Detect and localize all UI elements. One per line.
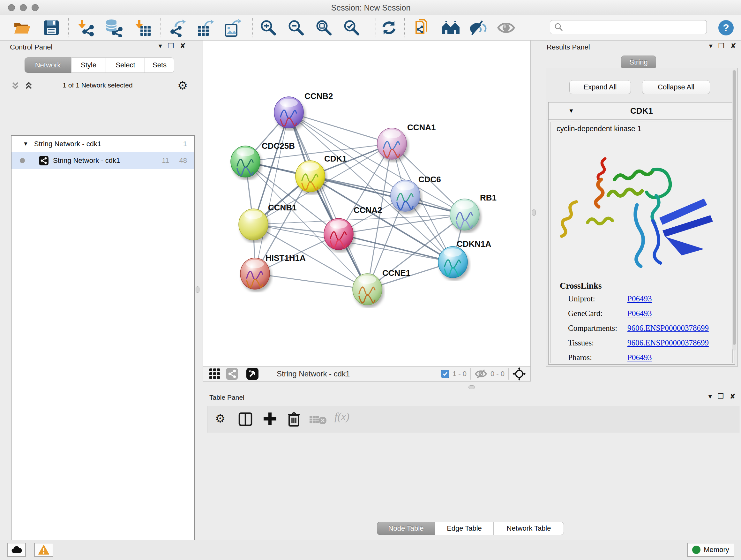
tab-select[interactable]: Select: [106, 57, 145, 73]
protein-detail-box: cyclin-dependent kinase 1: [550, 122, 733, 363]
node-CDK1[interactable]: CDK1: [295, 154, 347, 192]
toggle-string-style-button[interactable]: [468, 17, 489, 38]
grid-view-icon[interactable]: [209, 368, 221, 380]
tab-style[interactable]: Style: [71, 57, 106, 73]
crosslink-genecard-link[interactable]: P06493: [627, 309, 652, 318]
open-session-button[interactable]: [11, 17, 32, 38]
expander-icon[interactable]: ▼: [23, 141, 28, 147]
protein-card: ▼ CDK1 cyclin-dependent kinase 1: [548, 102, 735, 365]
panel-float-icon[interactable]: ❒: [168, 43, 174, 50]
export-image-button[interactable]: [222, 17, 243, 38]
export-network-button[interactable]: [167, 17, 188, 38]
tab-sets[interactable]: Sets: [145, 57, 174, 73]
panel-close-icon[interactable]: ✘: [730, 393, 736, 400]
search-input[interactable]: [563, 23, 706, 31]
results-panel-title: Results Panel: [547, 43, 590, 51]
node-CDC6[interactable]: CDC6: [391, 175, 441, 211]
home-networks-button[interactable]: [440, 17, 461, 38]
import-table-button[interactable]: [132, 17, 153, 38]
network-label: String Network - cdk1: [53, 157, 120, 165]
panel-float-icon[interactable]: ❒: [718, 43, 725, 50]
panel-float-icon[interactable]: ❒: [718, 393, 724, 400]
import-network-file-button[interactable]: [76, 17, 97, 38]
bottom-splitter-handle[interactable]: [468, 385, 475, 389]
crosslink-row: Pharos: P06493: [568, 353, 728, 368]
open-in-window-icon[interactable]: [246, 368, 259, 380]
zoom-out-button[interactable]: [286, 17, 307, 38]
preview-disabled-button[interactable]: [495, 17, 517, 38]
crosslinks-heading: CrossLinks: [560, 281, 602, 291]
panel-close-icon[interactable]: ✘: [180, 43, 186, 50]
tab-string[interactable]: String: [621, 56, 656, 69]
tab-node-table[interactable]: Node Table: [377, 522, 435, 535]
panel-menu-icon[interactable]: ▾: [709, 43, 713, 50]
node-CCNA1[interactable]: CCNA1: [377, 123, 436, 159]
zoom-fit-button[interactable]: [313, 17, 334, 38]
left-splitter-handle[interactable]: [196, 287, 199, 293]
zoom-in-button[interactable]: [258, 17, 279, 38]
protein-card-header[interactable]: ▼ CDK1: [549, 103, 735, 120]
export-table-button[interactable]: [194, 17, 215, 38]
birds-eye-toggle-icon[interactable]: [513, 367, 526, 381]
warnings-button[interactable]: [34, 543, 53, 557]
panel-menu-icon[interactable]: ▾: [709, 393, 712, 400]
crosslink-tissues-link[interactable]: 9606.ENSP00000378699: [627, 338, 709, 348]
status-bar: Memory: [0, 540, 741, 560]
show-columns-icon[interactable]: [238, 412, 253, 427]
node-RB1[interactable]: RB1: [450, 193, 496, 230]
node-CCNB1[interactable]: CCNB1: [239, 203, 297, 240]
network-collection-row[interactable]: ▼ String Network - cdk1 1: [11, 136, 194, 152]
expand-all-button[interactable]: Expand All: [569, 80, 631, 94]
add-column-icon[interactable]: [262, 411, 278, 427]
collection-label: String Network - cdk1: [34, 140, 101, 148]
zoom-selected-icon: [343, 19, 360, 37]
edge-CCNB2-HIST1H1A[interactable]: [255, 112, 289, 273]
node-CDKN1A[interactable]: CDKN1A: [438, 239, 491, 278]
crosslink-compartments-link[interactable]: 9606.ENSP00000378699: [627, 324, 709, 333]
right-splitter-handle[interactable]: [532, 209, 536, 216]
import-network-database-button[interactable]: [104, 17, 125, 38]
function-builder-icon[interactable]: f(x): [334, 411, 349, 423]
results-scrollbar[interactable]: [732, 70, 736, 351]
results-scrollbar-thumb[interactable]: [733, 70, 736, 345]
table-options-gear-icon[interactable]: ⚙: [215, 412, 225, 425]
edge-HIST1H1A-CCNE1[interactable]: [255, 273, 367, 289]
node-CCNE1[interactable]: CCNE1: [353, 268, 410, 305]
panel-close-icon[interactable]: ✘: [731, 43, 736, 50]
share-document-button[interactable]: [412, 17, 433, 38]
hidden-elements-icon[interactable]: [475, 369, 487, 379]
collapse-all-button[interactable]: Collapse All: [642, 80, 710, 94]
network-view-canvas[interactable]: CCNB2CCNA1CDC25BCDK1CDC6RB1CCNB1CCNA2CDK…: [203, 41, 531, 366]
edge-CCNB2-CCNA1[interactable]: [289, 112, 392, 144]
network-row-selected[interactable]: String Network - cdk1 11 48: [11, 152, 194, 169]
zoom-out-icon: [287, 19, 305, 37]
selected-nodes-checkbox[interactable]: [441, 370, 449, 378]
panel-menu-icon[interactable]: ▾: [158, 43, 162, 50]
memory-button[interactable]: Memory: [687, 543, 734, 557]
crosslink-pharos-link[interactable]: P06493: [627, 353, 652, 362]
toolbar-separator: [160, 18, 161, 37]
save-session-button[interactable]: [41, 17, 62, 38]
tab-network[interactable]: Network: [24, 57, 71, 73]
node-gloss: [383, 130, 401, 138]
zoom-selected-button[interactable]: [341, 17, 362, 38]
network-options-gear-icon[interactable]: ⚙: [178, 79, 188, 92]
refresh-button[interactable]: [379, 17, 400, 38]
string-results-card: Expand All Collapse All ▼ CDK1 cyclin-de…: [546, 68, 738, 367]
crosslink-uniprot-link[interactable]: P06493: [627, 294, 652, 303]
node-label-CCNE1: CCNE1: [382, 268, 410, 278]
node-gloss: [456, 201, 474, 209]
network-graph[interactable]: CCNB2CCNA1CDC25BCDK1CDC6RB1CCNB1CCNA2CDK…: [203, 41, 531, 366]
tab-network-table[interactable]: Network Table: [494, 522, 564, 535]
crosslink-row: Compartments: 9606.ENSP00000378699: [568, 324, 728, 338]
help-button[interactable]: ?: [718, 19, 734, 36]
node-gloss: [444, 248, 462, 257]
toolbar-separator: [376, 18, 376, 37]
delete-table-icon[interactable]: [309, 415, 327, 425]
cloud-status-button[interactable]: [7, 543, 26, 557]
tab-edge-table[interactable]: Edge Table: [435, 522, 494, 535]
network-badge-gray-icon[interactable]: [226, 368, 238, 380]
node-label-RB1: RB1: [480, 193, 496, 202]
node-HIST1H1A[interactable]: HIST1H1A: [240, 253, 306, 289]
delete-column-icon[interactable]: [286, 411, 301, 427]
